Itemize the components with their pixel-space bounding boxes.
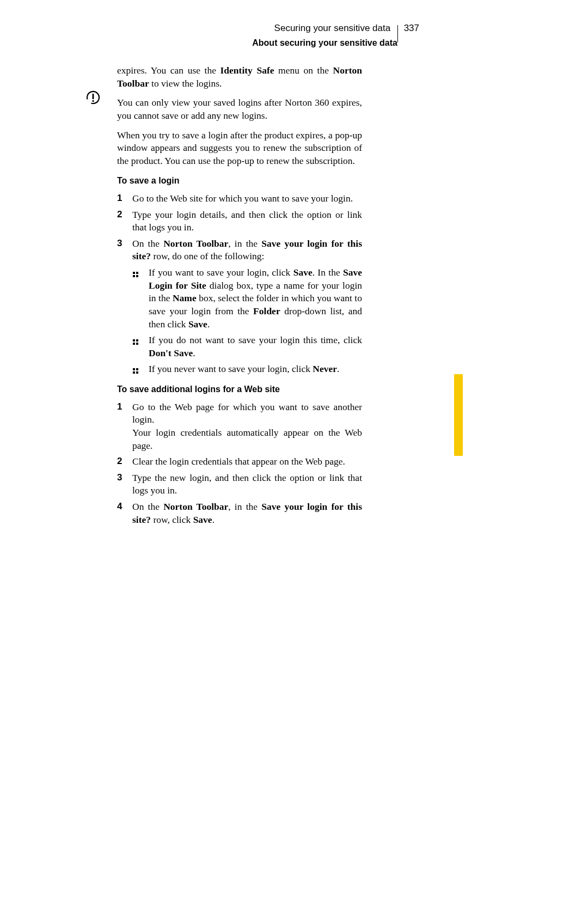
svg-rect-11 xyxy=(136,368,138,370)
save-term: Save xyxy=(293,267,313,278)
norton-toolbar-term: Norton Toolbar xyxy=(163,238,228,249)
header-top-line: Securing your sensitive data 337 xyxy=(252,20,419,37)
heading-save-login: To save a login xyxy=(117,175,362,187)
section-title: About securing your sensitive data xyxy=(252,38,419,48)
list-item: If you do not want to save your login th… xyxy=(132,334,362,359)
svg-rect-12 xyxy=(133,371,135,374)
text: On the xyxy=(132,501,163,512)
text: menu on the xyxy=(274,65,333,76)
step-text: Your login credentials automatically app… xyxy=(132,427,362,451)
step-item: Clear the login credentials that appear … xyxy=(117,455,362,468)
warning-paragraph: You can only view your saved logins afte… xyxy=(117,96,362,122)
svg-rect-8 xyxy=(133,343,135,345)
name-box-term: Name xyxy=(173,292,197,303)
text: On the xyxy=(132,238,163,249)
intro-paragraph-1: expires. You can use the Identity Safe m… xyxy=(117,64,362,90)
identity-safe-term: Identity Safe xyxy=(220,65,274,76)
text: . xyxy=(212,514,215,525)
steps-save-login: Go to the Web site for which you want to… xyxy=(117,192,362,376)
square-bullet-icon xyxy=(132,336,139,349)
text: If you never want to save your login, cl… xyxy=(149,363,313,374)
text: , in the xyxy=(228,238,261,249)
page-number: 337 xyxy=(404,23,419,34)
text: row, click xyxy=(151,514,193,525)
list-item: If you never want to save your login, cl… xyxy=(132,363,362,376)
dont-save-term: Don't Save xyxy=(149,347,193,358)
intro-paragraph-2: When you try to save a login after the p… xyxy=(117,129,362,168)
square-bullet-icon xyxy=(132,365,139,378)
step-text: Go to the Web page for which you want to… xyxy=(132,401,362,425)
heading-additional-logins: To save additional logins for a Web site xyxy=(117,383,362,395)
svg-rect-4 xyxy=(133,275,135,277)
step-item: On the Norton Toolbar, in the Save your … xyxy=(117,501,362,526)
text: , in the xyxy=(228,501,261,512)
svg-rect-2 xyxy=(133,272,135,274)
step-item: On the Norton Toolbar, in the Save your … xyxy=(117,237,362,376)
square-bullet-icon xyxy=(132,269,139,282)
steps-additional-logins: Go to the Web page for which you want to… xyxy=(117,401,362,527)
svg-rect-5 xyxy=(136,275,138,277)
warning-icon xyxy=(86,90,100,107)
folder-dropdown-term: Folder xyxy=(253,306,280,316)
svg-rect-0 xyxy=(93,94,94,99)
body-content: expires. You can use the Identity Safe m… xyxy=(117,64,362,529)
step-text: Type the new login, and then click the o… xyxy=(132,472,362,496)
svg-rect-1 xyxy=(93,100,94,102)
page-header: Securing your sensitive data 337 About s… xyxy=(252,20,419,48)
step-text: Go to the Web site for which you want to… xyxy=(132,193,353,204)
document-page: Securing your sensitive data 337 About s… xyxy=(0,0,463,720)
step-text: Type your login details, and then click … xyxy=(132,209,362,233)
svg-rect-13 xyxy=(136,371,138,374)
text: . xyxy=(337,363,339,374)
text: . xyxy=(193,347,195,358)
step-item: Go to the Web site for which you want to… xyxy=(117,192,362,205)
text: expires. You can use the xyxy=(117,65,220,76)
step-item: Type your login details, and then click … xyxy=(117,209,362,234)
norton-toolbar-term: Norton Toolbar xyxy=(163,501,228,512)
text: If you do not want to save your login th… xyxy=(149,334,362,345)
section-tab-marker xyxy=(454,374,463,456)
save-term: Save xyxy=(193,514,212,525)
text: If you want to save your login, click xyxy=(149,267,293,278)
text: . In the xyxy=(313,267,343,278)
svg-rect-9 xyxy=(136,343,138,345)
step-item: Go to the Web page for which you want to… xyxy=(117,401,362,453)
never-term: Never xyxy=(313,363,337,374)
text: row, do one of the following: xyxy=(151,251,264,261)
text: to view the logins. xyxy=(149,78,222,89)
svg-rect-6 xyxy=(133,339,135,341)
step-text: Clear the login credentials that appear … xyxy=(132,456,345,467)
save-term: Save xyxy=(188,319,207,330)
svg-rect-3 xyxy=(136,272,138,274)
header-separator xyxy=(397,25,398,42)
text: . xyxy=(207,319,210,330)
sub-bullet-list: If you want to save your login, click Sa… xyxy=(132,266,362,376)
list-item: If you want to save your login, click Sa… xyxy=(132,266,362,331)
chapter-title: Securing your sensitive data xyxy=(274,23,391,34)
svg-rect-7 xyxy=(136,339,138,341)
svg-rect-10 xyxy=(133,368,135,370)
step-item: Type the new login, and then click the o… xyxy=(117,472,362,497)
